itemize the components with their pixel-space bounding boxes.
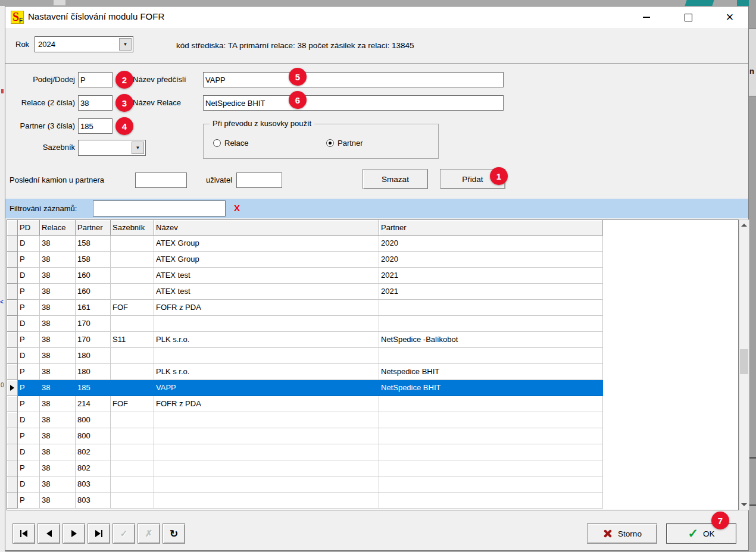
table-cell[interactable]: D	[18, 268, 40, 284]
table-cell[interactable]: ATEX test	[154, 268, 379, 284]
table-cell[interactable]: P	[18, 252, 40, 268]
table-row[interactable]: P38158ATEX Group2020	[7, 252, 738, 268]
table-cell[interactable]	[111, 364, 154, 380]
table-cell[interactable]	[154, 444, 379, 460]
table-row[interactable]: D38180	[7, 348, 738, 364]
nazev-predcisli-input[interactable]	[203, 72, 504, 87]
table-cell[interactable]: 38	[40, 348, 76, 364]
table-cell[interactable]	[379, 348, 603, 364]
table-cell[interactable]	[111, 493, 154, 509]
table-row[interactable]: P38185VAPPNetSpedice BHIT	[7, 380, 738, 396]
table-cell[interactable]: 802	[76, 460, 111, 476]
radio-partner[interactable]: Partner	[326, 139, 363, 148]
table-cell[interactable]: D	[18, 444, 40, 460]
nazev-relace-input[interactable]	[203, 95, 504, 111]
table-cell[interactable]: D	[18, 316, 40, 332]
table-cell[interactable]	[111, 476, 154, 493]
table-cell[interactable]: 38	[40, 364, 76, 380]
table-cell[interactable]: S11	[111, 332, 154, 348]
table-row[interactable]: P38803	[7, 493, 738, 509]
table-row[interactable]: P38170S11PLK s.r.o.NetSpedice -Balíkobot	[7, 332, 738, 348]
table-cell[interactable]: 38	[40, 316, 76, 332]
table-cell[interactable]: FOF	[111, 300, 154, 316]
first-record-button[interactable]	[13, 523, 35, 544]
table-cell[interactable]: P	[18, 300, 40, 316]
table-cell[interactable]	[154, 493, 379, 509]
scroll-down-button[interactable]	[739, 500, 749, 510]
table-cell[interactable]	[154, 316, 379, 332]
table-cell[interactable]: ATEX Group	[154, 252, 379, 268]
table-cell[interactable]: ATEX test	[154, 284, 379, 300]
table-cell[interactable]: FOFR z PDA	[154, 396, 379, 412]
close-button[interactable]: ×	[709, 7, 751, 28]
table-cell[interactable]	[111, 460, 154, 476]
table-cell[interactable]	[111, 444, 154, 460]
table-cell[interactable]: FOF	[111, 396, 154, 412]
table-cell[interactable]: 2021	[379, 268, 603, 284]
table-cell[interactable]	[379, 460, 603, 476]
table-row[interactable]: P38214FOFFOFR z PDA	[7, 396, 738, 412]
table-cell[interactable]: 38	[40, 493, 76, 509]
table-cell[interactable]: VAPP	[154, 380, 379, 396]
posledni-kamion-input[interactable]	[135, 172, 187, 188]
table-cell[interactable]: 170	[76, 332, 111, 348]
table-cell[interactable]	[379, 300, 603, 316]
table-cell[interactable]	[379, 493, 603, 509]
partner-input[interactable]	[78, 118, 113, 134]
table-cell[interactable]	[111, 428, 154, 444]
table-cell[interactable]: P	[18, 284, 40, 300]
table-row[interactable]: D38158ATEX Group2020	[7, 236, 738, 252]
table-cell[interactable]: P	[18, 460, 40, 476]
table-cell[interactable]: NetSpedice -Balíkobot	[379, 332, 603, 348]
scroll-up-button[interactable]	[739, 220, 749, 230]
podej-dodej-input[interactable]	[78, 72, 113, 87]
table-row[interactable]: D38803	[7, 476, 738, 493]
column-header[interactable]: PD	[18, 220, 40, 236]
table-row[interactable]: P38800	[7, 428, 738, 444]
table-cell[interactable]	[111, 268, 154, 284]
rok-combobox[interactable]: 2024 ▼	[35, 36, 133, 52]
table-cell[interactable]: 803	[76, 476, 111, 493]
table-cell[interactable]: 38	[40, 460, 76, 476]
table-cell[interactable]: FOFR z PDA	[154, 300, 379, 316]
table-cell[interactable]: ATEX Group	[154, 236, 379, 252]
table-cell[interactable]: P	[18, 364, 40, 380]
table-cell[interactable]: 2020	[379, 252, 603, 268]
table-cell[interactable]: 800	[76, 412, 111, 428]
table-cell[interactable]: 800	[76, 428, 111, 444]
smazat-button[interactable]: Smazat	[363, 169, 428, 189]
column-header[interactable]: Sazebník	[111, 220, 154, 236]
table-cell[interactable]: 214	[76, 396, 111, 412]
relace-input[interactable]	[78, 95, 113, 111]
table-cell[interactable]	[111, 252, 154, 268]
filter-input[interactable]	[93, 200, 226, 217]
table-cell[interactable]: D	[18, 348, 40, 364]
table-cell[interactable]	[111, 412, 154, 428]
table-cell[interactable]: 38	[40, 444, 76, 460]
table-cell[interactable]: Netspedice BHIT	[379, 364, 603, 380]
table-cell[interactable]: 158	[76, 236, 111, 252]
sazebnik-combobox[interactable]: ▼	[78, 140, 146, 156]
table-cell[interactable]: 38	[40, 236, 76, 252]
vertical-scrollbar[interactable]	[739, 219, 749, 510]
chevron-down-icon[interactable]: ▼	[119, 38, 132, 51]
clear-filter-icon[interactable]: X	[234, 203, 240, 213]
table-cell[interactable]	[154, 460, 379, 476]
table-cell[interactable]: 38	[40, 380, 76, 396]
table-row[interactable]: D38160ATEX test2021	[7, 268, 738, 284]
table-cell[interactable]: 185	[76, 380, 111, 396]
table-cell[interactable]: P	[18, 493, 40, 509]
storno-button[interactable]: Storno	[587, 523, 657, 544]
table-cell[interactable]: PLK s r.o.	[154, 364, 379, 380]
table-row[interactable]: P38180PLK s r.o.Netspedice BHIT	[7, 364, 738, 380]
table-cell[interactable]	[111, 284, 154, 300]
table-cell[interactable]: P	[18, 332, 40, 348]
table-cell[interactable]	[379, 428, 603, 444]
table-cell[interactable]: 38	[40, 300, 76, 316]
table-cell[interactable]	[379, 396, 603, 412]
table-row[interactable]: D38802	[7, 444, 738, 460]
table-cell[interactable]: P	[18, 380, 40, 396]
table-cell[interactable]: 38	[40, 476, 76, 493]
uzivatel-input[interactable]	[236, 172, 282, 188]
table-cell[interactable]: 2020	[379, 236, 603, 252]
